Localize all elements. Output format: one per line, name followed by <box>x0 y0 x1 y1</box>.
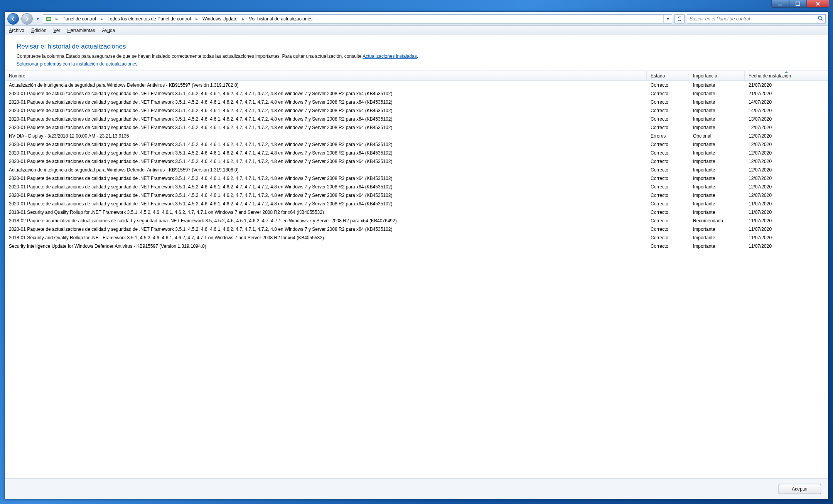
table-row[interactable]: 2020-01 Paquete de actualizaciones de ca… <box>5 149 828 157</box>
control-panel-icon <box>45 15 52 23</box>
cell-status: Correcto <box>647 99 689 105</box>
minimize-button[interactable] <box>771 0 789 8</box>
cell-date: 12/07/2020 <box>745 184 828 190</box>
menu-bar: Archivo Edición Ver Herramientas Ayuda <box>5 26 828 35</box>
cell-importance: Recomendada <box>689 218 745 223</box>
table-row[interactable]: 2020-01 Paquete de actualizaciones de ca… <box>5 174 828 183</box>
table-row[interactable]: 2020-01 Paquete de actualizaciones de ca… <box>5 183 828 191</box>
menu-edit[interactable]: Edición <box>31 28 46 33</box>
crumb-history[interactable]: Ver historial de actualizaciones <box>246 15 316 23</box>
nav-history-dropdown[interactable]: ▾ <box>35 13 40 25</box>
chevron-right-icon: ▸ <box>99 16 105 22</box>
cell-status: Correcto <box>647 142 689 147</box>
cell-date: 12/07/2020 <box>745 133 828 139</box>
crumb-windows-update[interactable]: Windows Update <box>199 15 241 23</box>
svg-rect-0 <box>778 5 782 5</box>
back-button[interactable] <box>7 13 19 25</box>
cell-importance: Importante <box>689 193 745 198</box>
cell-status: Correcto <box>647 116 689 122</box>
cell-date: 11/07/2020 <box>745 227 828 232</box>
forward-button[interactable] <box>21 13 33 25</box>
menu-tools[interactable]: Herramientas <box>67 28 95 33</box>
cell-importance: Importante <box>689 184 745 190</box>
table-row[interactable]: 2018-01 Security and Quality Rollup for … <box>5 234 828 242</box>
chevron-right-icon: ▸ <box>194 16 199 22</box>
cell-status: Correcto <box>647 125 689 130</box>
table-row[interactable]: 2020-01 Paquete de actualizaciones de ca… <box>5 98 828 106</box>
cell-name: 2020-01 Paquete de actualizaciones de ca… <box>5 125 647 130</box>
cell-importance: Importante <box>689 167 745 173</box>
table-row[interactable]: 2020-01 Paquete de actualizaciones de ca… <box>5 106 828 115</box>
cell-name: Actualización de inteligencia de segurid… <box>5 167 647 173</box>
table-row[interactable]: 2020-01 Paquete de actualizaciones de ca… <box>5 157 828 166</box>
cell-status: Correcto <box>647 150 689 156</box>
table-row[interactable]: NVIDIA - Display - 3/23/2018 12:00:00 AM… <box>5 132 828 140</box>
table-row[interactable]: 2020-01 Paquete de actualizaciones de ca… <box>5 191 828 200</box>
table-row[interactable]: 2020-01 Paquete de actualizaciones de ca… <box>5 123 828 132</box>
search-input[interactable]: Buscar en el Panel de control <box>687 14 826 24</box>
cell-status: Correcto <box>647 218 689 223</box>
cell-importance: Importante <box>689 235 745 240</box>
cell-status: Errores <box>647 133 689 139</box>
chevron-right-icon: ▸ <box>54 16 59 22</box>
troubleshoot-link[interactable]: Solucionar problemas con la instalación … <box>17 61 138 67</box>
table-row[interactable]: Actualización de inteligencia de segurid… <box>5 166 828 174</box>
table-row[interactable]: 2018-01 Security and Quality Rollup for … <box>5 208 828 217</box>
crumb-control-panel[interactable]: Panel de control <box>59 15 99 23</box>
search-placeholder: Buscar en el Panel de control <box>690 16 750 22</box>
table-row[interactable]: 2020-01 Paquete de actualizaciones de ca… <box>5 115 828 123</box>
table-row[interactable]: 2020-01 Paquete de actualizaciones de ca… <box>5 225 828 234</box>
cell-name: 2020-01 Paquete de actualizaciones de ca… <box>5 116 647 122</box>
cell-date: 11/07/2020 <box>745 210 828 215</box>
table-row[interactable]: 2018-02 Paquete acumulativo de actualiza… <box>5 217 828 225</box>
cell-importance: Importante <box>689 244 745 249</box>
cell-importance: Importante <box>689 82 745 88</box>
table-row[interactable]: 2020-01 Paquete de actualizaciones de ca… <box>5 200 828 208</box>
svg-rect-1 <box>796 2 800 5</box>
ok-button[interactable]: Aceptar <box>779 484 821 494</box>
table-header: Nombre Estado Importancia Fecha de insta… <box>5 71 828 81</box>
cell-date: 13/07/2020 <box>745 116 828 122</box>
cell-date: 11/07/2020 <box>745 244 828 249</box>
cell-name: Actualización de inteligencia de segurid… <box>5 82 647 88</box>
crumb-all-items[interactable]: Todos los elementos de Panel de control <box>105 15 194 23</box>
svg-line-5 <box>821 19 823 20</box>
table-row[interactable]: 2020-01 Paquete de actualizaciones de ca… <box>5 89 828 98</box>
refresh-button[interactable] <box>674 14 685 24</box>
updates-table: Nombre Estado Importancia Fecha de insta… <box>5 71 828 478</box>
footer: Aceptar <box>5 478 828 499</box>
title-bar <box>0 0 833 11</box>
col-header-date[interactable]: Fecha de instalación <box>745 71 828 81</box>
col-header-name[interactable]: Nombre <box>5 71 647 81</box>
cell-importance: Importante <box>689 227 745 232</box>
cell-status: Correcto <box>647 227 689 232</box>
cell-name: 2018-01 Security and Quality Rollup for … <box>5 210 647 215</box>
cell-name: 2020-01 Paquete de actualizaciones de ca… <box>5 227 647 232</box>
table-row[interactable]: Actualización de inteligencia de segurid… <box>5 81 828 89</box>
table-row[interactable]: Security Intelligence Update for Windows… <box>5 242 828 250</box>
cell-date: 21/07/2020 <box>745 91 828 96</box>
cell-status: Correcto <box>647 193 689 198</box>
cell-status: Correcto <box>647 210 689 215</box>
cell-status: Correcto <box>647 244 689 249</box>
cell-date: 12/07/2020 <box>745 193 828 198</box>
cell-date: 12/07/2020 <box>745 159 828 164</box>
page-title: Revisar el historial de actualizaciones <box>17 43 820 50</box>
cell-name: 2020-01 Paquete de actualizaciones de ca… <box>5 150 647 156</box>
cell-date: 12/07/2020 <box>745 125 828 130</box>
maximize-button[interactable] <box>789 0 807 8</box>
installed-updates-link[interactable]: Actualizaciones instaladas <box>363 54 417 59</box>
menu-help[interactable]: Ayuda <box>102 28 115 33</box>
cell-name: 2020-01 Paquete de actualizaciones de ca… <box>5 159 647 164</box>
cell-importance: Importante <box>689 150 745 156</box>
col-header-importance[interactable]: Importancia <box>689 71 745 81</box>
breadcrumb-dropdown[interactable]: ▾ <box>663 15 672 23</box>
close-button[interactable] <box>807 0 829 8</box>
menu-file[interactable]: Archivo <box>9 28 24 33</box>
col-header-status[interactable]: Estado <box>647 71 689 81</box>
cell-name: 2020-01 Paquete de actualizaciones de ca… <box>5 99 647 105</box>
cell-importance: Importante <box>689 116 745 122</box>
menu-view[interactable]: Ver <box>53 28 60 33</box>
table-row[interactable]: 2020-01 Paquete de actualizaciones de ca… <box>5 140 828 149</box>
breadcrumb-bar[interactable]: ▸ Panel de control ▸ Todos los elementos… <box>43 14 672 24</box>
